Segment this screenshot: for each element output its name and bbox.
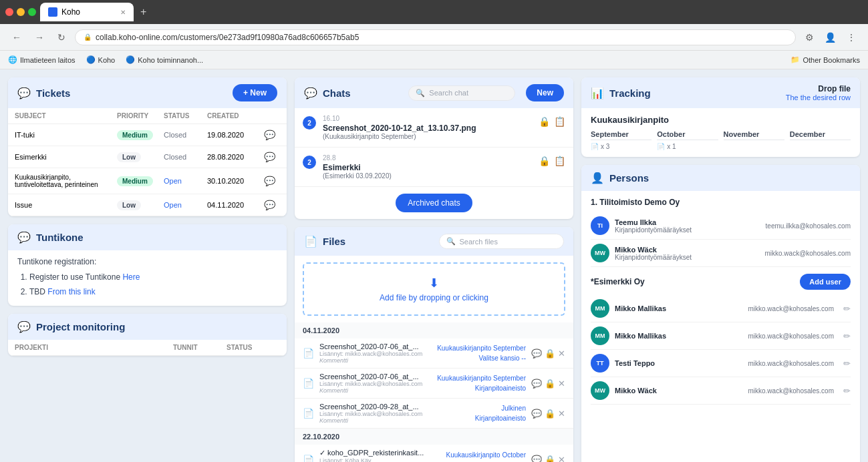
person-item: MW Mikko Wäck Kirjanpidontyömääräykset m… (591, 240, 851, 267)
file-uploader: Lisännyt: mikko.wack@kohosales.com (319, 381, 432, 387)
project-table-header: PROJEKTI TUNNIT STATUS (8, 340, 287, 356)
tuntikone-link-2[interactable]: From this link (47, 287, 95, 296)
person-details: Mikko Mallikas (615, 332, 666, 340)
file-item[interactable]: 📄 ✓ koho_GDPR_rekisterinkasit... Lisänny… (295, 445, 573, 462)
persons-body: 1. Tilitoimisto Demo Oy TI Teemu Ilkka K… (581, 191, 860, 411)
app-container: 💬 Tickets + New SUBJECT Priority Status … (0, 69, 868, 462)
person-item: MM Mikko Mallikas mikko.wack@kohosales.c… (591, 322, 851, 350)
file-info: ✓ koho_GDPR_rekisterinkasit... Lisännyt:… (319, 449, 440, 462)
comment-icon[interactable]: 💬 (531, 455, 542, 462)
chats-new-button[interactable]: New (526, 84, 564, 101)
ticket-message-icon[interactable]: 💬 (264, 176, 280, 186)
reload-button[interactable]: ↻ (53, 29, 69, 45)
persons-panel: 👤 Persons 1. Tilitoimisto Demo Oy TI Tee… (581, 165, 860, 462)
edit-icon[interactable]: ✏ (843, 386, 851, 396)
files-panel: 📄 Files 🔍 Search files ⬇ Add file by dro… (295, 227, 573, 462)
chats-header: 💬 Chats 🔍 Search chat New (295, 77, 573, 108)
project-monitoring-header: 💬 Project monitoring (8, 314, 287, 340)
files-search[interactable]: 🔍 Search files (439, 234, 565, 249)
persons-header: 👤 Persons (581, 165, 860, 191)
person-email: mikko.wack@kohosales.com (748, 360, 834, 367)
bookmark-1[interactable]: 🌐 Ilmatieteen laitos (8, 55, 76, 64)
chat-item[interactable]: 2 28.8 Esimerkki (Esimerkki 03.09.2020) … (295, 148, 573, 187)
bookmark-3[interactable]: 🔵 Koho toiminnanoh... (126, 55, 203, 64)
archive-icon[interactable]: 📋 (554, 156, 565, 166)
back-button[interactable]: ← (8, 29, 25, 45)
table-row[interactable]: IT-tuki Medium Closed 19.08.2020 💬 (8, 124, 287, 146)
chat-item[interactable]: 2 16.10 Screenshot_2020-10-12_at_13.10.3… (295, 108, 573, 148)
chat-count-badge: 2 (303, 116, 316, 130)
tracking-drop-info: Drop file The the desired row (786, 84, 851, 101)
delete-icon[interactable]: ✕ (558, 379, 565, 389)
person-name: Teemu Ilkka (615, 218, 692, 226)
minimize-button[interactable] (17, 8, 25, 16)
tab-close-icon[interactable]: ✕ (120, 9, 126, 16)
persons-title: Persons (609, 172, 851, 184)
files-header: 📄 Files 🔍 Search files (295, 227, 573, 256)
locked-icon[interactable]: 🔒 (545, 455, 555, 462)
comment-icon[interactable]: 💬 (531, 379, 542, 389)
browser-tab[interactable]: Koho ✕ (40, 3, 134, 21)
edit-icon[interactable]: ✏ (843, 304, 851, 314)
file-document-icon: 📄 (303, 378, 314, 389)
file-item[interactable]: 📄 Screenshot_2020-07-06_at_... Lisännyt:… (295, 369, 573, 399)
file-item[interactable]: 📄 Screenshot_2020-09-28_at_... Lisännyt:… (295, 399, 573, 429)
chat-timestamp: 16.10 (323, 115, 532, 122)
lock-icon[interactable]: 🔒 (545, 379, 555, 389)
edit-icon[interactable]: ✏ (843, 359, 851, 369)
archive-icon[interactable]: 📋 (554, 116, 565, 127)
person-email: mikko.wack@kohosales.com (748, 387, 834, 395)
comment-icon[interactable]: 💬 (531, 349, 542, 359)
menu-button[interactable]: ⋮ (843, 29, 860, 45)
delete-icon[interactable]: ✕ (558, 409, 565, 419)
address-bar[interactable]: 🔒 collab.koho-online.com/customers/0e273… (75, 29, 796, 45)
tuntikone-step-2: TBD From this link (29, 285, 277, 300)
tuntikone-panel: 💬 Tuntikone Tuntikone registration: Regi… (8, 224, 287, 306)
middle-column: 💬 Chats 🔍 Search chat New 2 16.10 Screen… (295, 77, 573, 462)
delete-icon[interactable]: ✕ (558, 455, 565, 462)
file-name: ✓ koho_GDPR_rekisterinkasit... (319, 449, 440, 457)
lock-icon[interactable]: 🔒 (539, 156, 550, 166)
month-name: October (657, 130, 718, 140)
table-row[interactable]: Kuukausikirjanpito,tuntiveloitettava, pe… (8, 168, 287, 194)
ticket-message-icon[interactable]: 💬 (264, 152, 280, 162)
tracking-header: 📊 Tracking Drop file The the desired row (581, 77, 860, 108)
chats-search[interactable]: 🔍 Search chat (408, 85, 515, 101)
drop-label: Add file by dropping or clicking (380, 293, 488, 302)
close-button[interactable] (5, 8, 13, 16)
file-item[interactable]: 📄 Screenshot_2020-07-06_at_... Lisännyt:… (295, 338, 573, 369)
ticket-message-icon[interactable]: 💬 (264, 130, 280, 140)
comment-icon[interactable]: 💬 (531, 409, 542, 419)
archived-chats-button[interactable]: Archived chats (396, 194, 472, 212)
extensions-button[interactable]: ⚙ (801, 29, 818, 45)
tuntikone-reg-label: Tuntikone registration: (17, 257, 277, 266)
bookmark-other[interactable]: 📁 Other Bookmarks (790, 55, 860, 64)
avatar: TI (591, 216, 609, 235)
add-user-button[interactable]: Add user (800, 274, 851, 290)
table-row[interactable]: Esimerkki Low Closed 28.08.2020 💬 (8, 146, 287, 168)
maximize-button[interactable] (28, 8, 36, 16)
table-row[interactable]: Issue Low Open 04.11.2020 💬 (8, 194, 287, 216)
new-tab-button[interactable]: + (140, 6, 146, 18)
lock-icon[interactable]: 🔒 (539, 116, 550, 127)
tuntikone-link-1[interactable]: Here (122, 272, 140, 282)
profile-button[interactable]: 👤 (821, 29, 840, 45)
forward-button[interactable]: → (31, 29, 48, 45)
person-name: Mikko Wäck (615, 387, 657, 395)
toolbar-icons: ⚙ 👤 ⋮ (801, 29, 860, 45)
tickets-new-button[interactable]: + New (233, 84, 277, 101)
tuntikone-step-1: Register to use Tuntikone Here (29, 270, 277, 285)
file-info: Screenshot_2020-09-28_at_... Lisännyt: m… (319, 403, 470, 424)
ticket-created: 28.08.2020 (207, 153, 264, 161)
ticket-status: Open (164, 201, 207, 209)
file-drop-zone[interactable]: ⬇ Add file by dropping or clicking (303, 262, 565, 316)
bookmark-2[interactable]: 🔵 Koho (86, 55, 116, 64)
edit-icon[interactable]: ✏ (843, 331, 851, 341)
lock-icon[interactable]: 🔒 (545, 409, 555, 419)
person-email: mikko.wack@kohosales.com (764, 250, 851, 257)
delete-icon[interactable]: ✕ (558, 349, 565, 359)
tickets-table-header: SUBJECT Priority Status CREATED (8, 108, 287, 124)
files-icon: 📄 (304, 235, 317, 248)
ticket-message-icon[interactable]: 💬 (264, 200, 280, 210)
lock-icon[interactable]: 🔒 (545, 349, 555, 359)
